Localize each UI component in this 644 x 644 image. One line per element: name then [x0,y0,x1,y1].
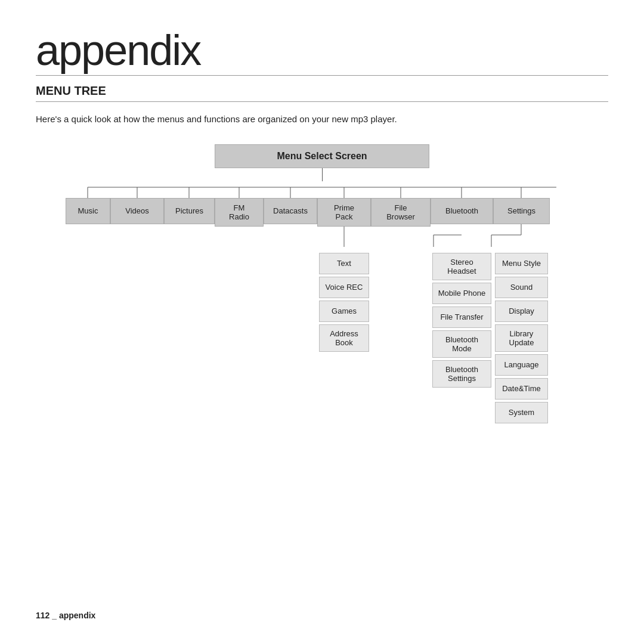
bluetooth-sub-column: StereoHeadset Mobile Phone File Transfer… [431,229,493,425]
prime-sub-voice: Voice REC [319,277,370,298]
top-item-fm-radio: FMRadio [215,187,264,227]
prime-sub-addressbook: Address Book [319,324,370,352]
menu-tree: Menu Select Screen [36,144,608,425]
top-item-settings: Settings [493,187,550,224]
bt-sub-mode: BluetoothMode [432,330,491,358]
prime-sub-text: Text [319,253,370,274]
bt-sub-settings: BluetoothSettings [432,360,491,388]
top-item-file-browser: FileBrowser [371,187,431,227]
settings-sub-display: Display [495,301,548,322]
settings-sub-language: Language [495,354,548,376]
prime-sub-games: Games [319,301,370,322]
root-node: Menu Select Screen [215,144,429,168]
bt-sub-stereo: StereoHeadset [432,253,491,280]
top-item-videos: Videos [110,187,164,224]
settings-sub-sound: Sound [495,277,548,298]
bt-sub-transfer: File Transfer [432,306,491,328]
settings-sub-menustyle: Menu Style [495,253,548,274]
settings-sub-system: System [495,402,548,423]
top-item-datacasts: Datacasts [264,187,317,224]
prime-sub-column: Text Voice REC Games Address Book [317,229,371,425]
settings-sub-library: LibraryUpdate [495,324,548,352]
footer-page-number: 112 _ appendix [36,611,95,620]
section-heading: MENU TREE [36,84,608,98]
top-item-pictures: Pictures [164,187,215,224]
settings-sub-column: Menu Style Sound Display LibraryUpdate L… [493,229,550,425]
top-item-bluetooth: Bluetooth [431,187,493,224]
settings-sub-datetime: Date&Time [495,378,548,400]
description: Here's a quick look at how the menus and… [36,113,608,126]
bt-sub-mobile: Mobile Phone [432,283,491,304]
page-title: appendix [36,29,608,72]
top-item-music: Music [66,187,110,224]
top-item-prime-pack: PrimePack [317,187,371,227]
